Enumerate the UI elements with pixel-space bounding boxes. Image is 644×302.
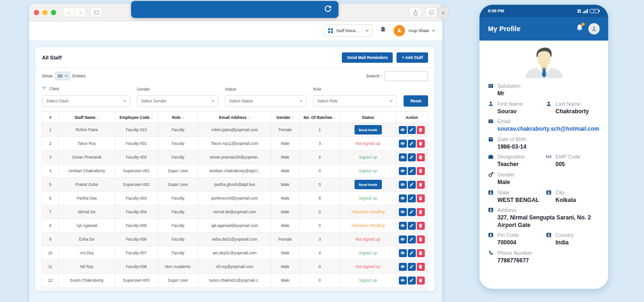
- window-controls: [34, 10, 56, 15]
- send-invite-button[interactable]: Send Invite: [355, 180, 382, 189]
- edit-button[interactable]: [408, 222, 416, 230]
- app-switcher-dropdown[interactable]: Staff Mana...: [324, 25, 372, 37]
- field-label: State: [497, 190, 510, 195]
- sort-icon[interactable]: ↓↑: [333, 116, 336, 120]
- search-input[interactable]: [385, 71, 428, 81]
- view-button[interactable]: [399, 140, 407, 148]
- edit-button[interactable]: [408, 277, 416, 285]
- delete-button[interactable]: [417, 222, 425, 230]
- column-header-gender[interactable]: Gender↓↑: [271, 112, 299, 123]
- view-button[interactable]: [399, 181, 407, 189]
- profile-field-emp-code: EMP Code005: [546, 154, 600, 168]
- gender-filter-select[interactable]: Select Gender: [137, 95, 218, 107]
- edit-button[interactable]: [408, 194, 416, 202]
- delete-button[interactable]: [417, 263, 425, 271]
- view-button[interactable]: [399, 167, 407, 175]
- profile-field-salutation: SalutationMr: [488, 83, 600, 98]
- column-header-no-of-batches[interactable]: No. Of Batches↓↑: [299, 112, 340, 123]
- edit-button[interactable]: [408, 153, 416, 161]
- delete-button[interactable]: [417, 277, 425, 285]
- table-row: 11Nil RoyFaculty-008Non Academicnil.roy@…: [42, 260, 428, 274]
- edit-button[interactable]: [408, 249, 416, 257]
- forward-button[interactable]: ›: [74, 8, 86, 17]
- view-button[interactable]: [399, 222, 407, 230]
- cell-email: punkrecord@yopmail.com: [198, 192, 271, 205]
- view-button[interactable]: [399, 277, 407, 285]
- column-header-email-address[interactable]: Email Address↓↑: [198, 112, 271, 123]
- sidebar-toggle-button[interactable]: [91, 8, 102, 17]
- cell-action: [396, 219, 428, 233]
- view-button[interactable]: [399, 153, 407, 161]
- field-value: 005: [555, 161, 600, 168]
- reload-icon[interactable]: [324, 5, 332, 15]
- view-button[interactable]: [399, 235, 407, 243]
- cell-batches: 0: [299, 178, 340, 192]
- status-filter-select[interactable]: Select Status: [225, 95, 306, 107]
- phone-page-title: My Profile: [488, 25, 520, 33]
- send-mail-reminders-button[interactable]: Send Mail Reminders: [342, 52, 393, 63]
- sort-icon[interactable]: ↓↑: [248, 116, 250, 120]
- field-value[interactable]: sourav.chakraborty.sch@hotmail.com: [497, 126, 600, 133]
- edit-button[interactable]: [408, 235, 416, 243]
- address-bar[interactable]: [131, 1, 339, 18]
- cell-employee-code: Faculty-008: [115, 260, 158, 274]
- edit-button[interactable]: [408, 263, 416, 271]
- delete-button[interactable]: [417, 153, 425, 161]
- tab-overview-button[interactable]: [426, 8, 437, 17]
- edit-button[interactable]: [408, 126, 416, 134]
- delete-button[interactable]: [417, 235, 425, 243]
- delete-button[interactable]: [417, 249, 425, 257]
- field-value: 700004: [497, 239, 546, 247]
- edit-button[interactable]: [408, 140, 416, 148]
- minimize-window-button[interactable]: [42, 10, 48, 15]
- back-button[interactable]: ‹: [63, 8, 74, 17]
- contact-card-icon: [546, 232, 552, 238]
- delete-button[interactable]: [417, 167, 425, 175]
- edit-button[interactable]: [408, 208, 416, 216]
- cell-role: Faculty: [158, 233, 198, 246]
- delete-button[interactable]: [417, 194, 425, 202]
- sort-icon[interactable]: ↓↑: [182, 116, 184, 120]
- cell-email: sovan.pramacick@yopmai..: [198, 151, 271, 164]
- cell-email: ajit.agarwal@yopmail.com: [198, 219, 271, 233]
- cell-role: Super User: [158, 178, 198, 192]
- field-value: Male: [497, 179, 600, 186]
- edit-button[interactable]: [408, 167, 416, 175]
- phone-bell-icon[interactable]: [576, 24, 584, 34]
- phone-app-header: My Profile: [479, 17, 608, 41]
- column-header-staff-name[interactable]: Staff Name↓↑: [59, 112, 115, 123]
- reset-filters-button[interactable]: Reset: [404, 95, 428, 107]
- field-value: Teacher: [497, 161, 546, 168]
- view-button[interactable]: [399, 194, 407, 202]
- share-button[interactable]: [410, 8, 421, 17]
- zoom-window-button[interactable]: [51, 10, 56, 15]
- cell-employee-code: Faculty-007: [115, 246, 158, 260]
- new-tab-button[interactable]: +: [438, 7, 449, 18]
- entries-per-page-select[interactable]: 50: [55, 72, 70, 80]
- cell-batches: 1: [299, 123, 340, 137]
- role-filter-select[interactable]: Select Role: [313, 95, 396, 107]
- user-menu[interactable]: A Arup Shaw: [394, 25, 435, 36]
- cell-email: esha.de01@yopmail.com: [198, 233, 271, 246]
- add-staff-button[interactable]: + Add Staff: [396, 52, 428, 63]
- cell-action: [396, 192, 428, 205]
- delete-button[interactable]: [417, 181, 425, 189]
- delete-button[interactable]: [417, 140, 425, 148]
- delete-button[interactable]: [417, 126, 425, 134]
- edit-button[interactable]: [408, 181, 416, 189]
- view-button[interactable]: [399, 263, 407, 271]
- delete-button[interactable]: [417, 208, 425, 216]
- close-window-button[interactable]: [34, 10, 39, 15]
- column-header-employee-code[interactable]: Employee Code↓↑: [115, 112, 158, 123]
- view-button[interactable]: [399, 126, 407, 134]
- column-header-role[interactable]: Role↓↑: [158, 112, 198, 123]
- phone-profile-icon[interactable]: [588, 23, 600, 34]
- class-filter-select[interactable]: Select Class: [42, 95, 130, 107]
- sort-icon[interactable]: ↓↑: [150, 116, 153, 120]
- notifications-bell-icon[interactable]: [380, 26, 387, 35]
- sort-icon[interactable]: ↓↑: [291, 116, 294, 120]
- view-button[interactable]: [399, 208, 407, 216]
- send-invite-button[interactable]: Send Invite: [355, 125, 382, 134]
- view-button[interactable]: [399, 249, 407, 257]
- sort-icon[interactable]: ↓↑: [96, 116, 99, 120]
